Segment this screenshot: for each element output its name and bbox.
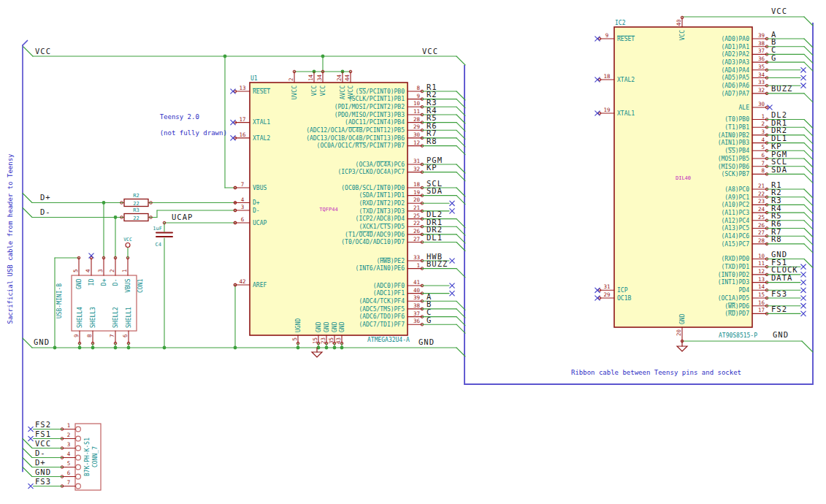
- net-label-DATA[interactable]: DATA: [771, 273, 792, 282]
- net-label-SDA[interactable]: SDA: [427, 186, 443, 195]
- net-label-FS2[interactable]: FS2: [35, 420, 51, 429]
- ic2-at90s8515-pin-name: (MISO)PB6: [718, 164, 750, 170]
- u1-atmega32u4-pin-number: 7: [241, 181, 245, 188]
- u1-atmega32u4-pin-number: 12: [413, 140, 420, 146]
- ic2-at90s8515-pin-number: 33: [758, 79, 765, 85]
- junction-dot: [78, 346, 82, 350]
- ic2-at90s8515-pin-number: 10: [758, 253, 765, 259]
- ic2-at90s8515-pin-name: (T0)PB0: [724, 116, 749, 123]
- net-label-VCC[interactable]: VCC: [35, 439, 51, 448]
- conn1-pin-number: 8: [86, 334, 93, 337]
- net-label-FS1[interactable]: FS1: [35, 429, 51, 438]
- conn1-pin-number: 2: [109, 269, 115, 272]
- conn1-pin-name: D+: [101, 278, 107, 286]
- net-label-FS3[interactable]: FS3: [771, 289, 787, 298]
- u1-atmega32u4-ref[interactable]: U1: [251, 75, 258, 82]
- net-label-VCC[interactable]: VCC: [422, 47, 438, 56]
- net-label-R8[interactable]: R8: [771, 234, 782, 243]
- conn1-pin-name: SHELL3: [90, 307, 96, 328]
- net-label-KP[interactable]: KP: [427, 163, 437, 172]
- ic2-at90s8515-pin-number: 5: [761, 144, 765, 150]
- ic2-pin-name: GND: [679, 313, 686, 324]
- ic2-at90s8515-ref[interactable]: IC2: [615, 20, 626, 26]
- junction-dot: [325, 346, 329, 350]
- net-label-G[interactable]: G: [427, 316, 432, 324]
- ic2-at90s8515-pin-number: 2: [761, 121, 765, 127]
- gnd-symbol-ic2: [677, 341, 687, 351]
- net-label-UCAP[interactable]: UCAP: [172, 213, 193, 221]
- conn7-pad: [76, 446, 81, 451]
- resistor-r3-ref[interactable]: R3: [133, 207, 139, 213]
- ic2-at90s8515-value[interactable]: AT90S8515-P: [719, 332, 757, 339]
- ic2-at90s8515-pin-name: (WR)PD6: [724, 303, 749, 310]
- net-label-DL1[interactable]: DL1: [427, 233, 443, 242]
- resistor-r2-value[interactable]: 22: [133, 201, 139, 207]
- u1-atmega32u4-value[interactable]: ATMEGA32U4-A: [367, 337, 410, 343]
- net-label-FS3[interactable]: FS3: [35, 477, 51, 486]
- resistor-r3-value[interactable]: 22: [133, 215, 139, 221]
- resistor-r3[interactable]: R322: [121, 207, 153, 221]
- junction-dot: [333, 346, 337, 350]
- u1-atmega32u4-pin-number: 25: [413, 213, 420, 219]
- ic2-at90s8515-pin-name: (INT0)PD2: [718, 272, 750, 278]
- net-label-GND[interactable]: GND: [34, 337, 50, 346]
- net-label-FS2[interactable]: FS2: [771, 305, 787, 313]
- conn1-usb-mini-b[interactable]: CON1USB-MINI-B5GND4ID3D+2D-1VBUSVCC9SHEL…: [56, 237, 144, 349]
- conn7-header[interactable]: B7K-PH-K-S1CONN_71FS22FS13VCC4D-5D+6GND7…: [23, 420, 101, 490]
- note-teensy-line1: Teensy 2.0: [160, 113, 199, 121]
- u1-atmega32u4-pin-name: (OC0A/OC1C/RTS/PCINT7)PB7: [317, 142, 405, 149]
- net-label-VCC[interactable]: VCC: [35, 47, 51, 56]
- ic2-at90s8515-pin-number: 31: [603, 283, 610, 290]
- u1-pin-number: 23: [320, 337, 326, 344]
- vcc-power-port: [126, 243, 130, 248]
- conn7-value[interactable]: B7K-PH-K-S1: [84, 438, 91, 476]
- note-teensy: Teensy 2.0 (not fully drawn): [144, 105, 227, 145]
- net-label-VCC[interactable]: VCC: [771, 7, 787, 15]
- conn1-pin-name: GND: [76, 278, 83, 289]
- u1-pin-name: UGND: [295, 318, 302, 332]
- conn1-pin-name: D-: [112, 279, 119, 286]
- c4-value[interactable]: 1uF: [153, 226, 162, 232]
- net-label-D-[interactable]: D-: [35, 448, 46, 457]
- ic2-at90s8515-pin-number: 22: [758, 191, 765, 197]
- junction-dot: [234, 346, 237, 350]
- junction-dot: [163, 346, 167, 350]
- net-label-GND[interactable]: GND: [418, 337, 435, 346]
- conn1-pin-name: SHELL1: [126, 307, 132, 328]
- ic2-at90s8515-pin-name: (AD0)PA0: [721, 36, 749, 42]
- net-label-D+[interactable]: D+: [40, 193, 51, 202]
- net-label-SDA[interactable]: SDA: [771, 165, 787, 174]
- u1-atmega32u4-pin-name: (T1/OC4D/ADC9)PD6: [345, 232, 405, 238]
- conn1-value[interactable]: USB-MINI-B: [56, 283, 63, 318]
- ic2-at90s8515[interactable]: IC2AT90S8515-PDIL4039(AD0)PA0A38(AD1)PA1…: [595, 16, 813, 343]
- u1-atmega32u4-pin-number: 4: [241, 196, 245, 203]
- conn7-pad: [76, 474, 81, 479]
- ic2-at90s8515-pin-number: 24: [758, 206, 765, 213]
- u1-atmega32u4-pin-name: (ADC11/PCINT4)PB4: [345, 119, 405, 126]
- resistor-r2-ref[interactable]: R2: [133, 193, 139, 199]
- u1-atmega32u4[interactable]: U1ATMEGA32U4-ATQFP448(SS/PCINT0)PB0R19(S…: [231, 72, 465, 349]
- ic2-at90s8515-pin-number: 14: [758, 283, 765, 290]
- net-label-GND[interactable]: GND: [773, 330, 789, 339]
- net-label-BUZZ[interactable]: BUZZ: [427, 259, 448, 268]
- conn1-ref[interactable]: CON1: [137, 279, 144, 293]
- c4-ref[interactable]: C4: [156, 242, 161, 248]
- ic2-at90s8515-pin-number: 12: [758, 268, 765, 275]
- ic2-at90s8515-pin-number: 13: [758, 276, 765, 283]
- net-label-BUZZ[interactable]: BUZZ: [771, 84, 792, 93]
- u1-atmega32u4-pin-name: AREF: [253, 282, 267, 289]
- net-label-D-[interactable]: D-: [40, 207, 51, 216]
- net-label-GND[interactable]: GND: [35, 467, 51, 476]
- ic2-at90s8515-pin-name: (A15)PC7: [721, 241, 749, 248]
- u1-atmega32u4-pin-name: D+: [253, 199, 260, 206]
- u1-atmega32u4-pin-name: (TXD/INT3)PD3: [359, 208, 405, 215]
- resistor-r2[interactable]: R222: [121, 193, 153, 207]
- net-label-R8[interactable]: R8: [427, 137, 437, 145]
- capacitor-c4[interactable]: 1uFC4: [153, 226, 172, 248]
- net-label-D+[interactable]: D+: [35, 458, 46, 467]
- net-label-G[interactable]: G: [771, 53, 776, 62]
- conn7-ref[interactable]: CONN_7: [92, 446, 99, 467]
- u1-atmega32u4-pin-number: 30: [413, 131, 421, 138]
- u1-pin-name: AVCC: [348, 85, 354, 99]
- u1-atmega32u4-pin-name: (ADC13/OC1B/OC4B/PCINT13)PB6: [306, 135, 405, 142]
